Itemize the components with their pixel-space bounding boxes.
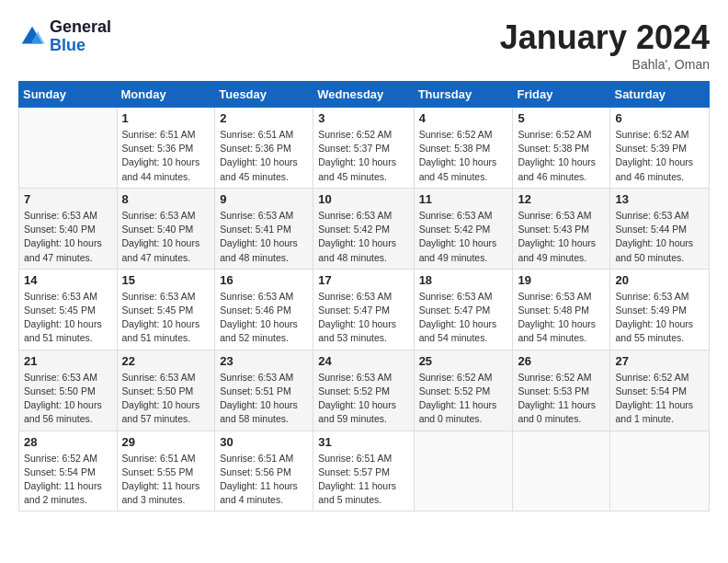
day-number: 25 bbox=[419, 354, 508, 368]
location-subtitle: Bahla', Oman bbox=[500, 57, 710, 72]
column-header-friday: Friday bbox=[513, 82, 610, 108]
day-info: Sunrise: 6:53 AMSunset: 5:48 PMDaylight:… bbox=[518, 290, 605, 346]
day-number: 8 bbox=[122, 192, 210, 206]
day-cell: 16Sunrise: 6:53 AMSunset: 5:46 PMDayligh… bbox=[215, 269, 313, 350]
day-info: Sunrise: 6:52 AMSunset: 5:38 PMDaylight:… bbox=[518, 128, 605, 184]
day-cell: 3Sunrise: 6:52 AMSunset: 5:37 PMDaylight… bbox=[313, 108, 414, 189]
logo: General Blue bbox=[18, 18, 111, 55]
day-number: 29 bbox=[122, 435, 210, 449]
day-info: Sunrise: 6:53 AMSunset: 5:40 PMDaylight:… bbox=[122, 209, 210, 265]
day-info: Sunrise: 6:51 AMSunset: 5:57 PMDaylight:… bbox=[318, 452, 408, 508]
day-info: Sunrise: 6:52 AMSunset: 5:54 PMDaylight:… bbox=[615, 371, 704, 427]
day-cell: 27Sunrise: 6:52 AMSunset: 5:54 PMDayligh… bbox=[610, 350, 710, 431]
day-number: 15 bbox=[122, 273, 210, 287]
week-row-1: 1Sunrise: 6:51 AMSunset: 5:36 PMDaylight… bbox=[19, 108, 710, 189]
day-number: 30 bbox=[220, 435, 308, 449]
day-info: Sunrise: 6:52 AMSunset: 5:37 PMDaylight:… bbox=[318, 128, 408, 184]
column-header-wednesday: Wednesday bbox=[313, 82, 414, 108]
day-number: 18 bbox=[419, 273, 508, 287]
day-cell: 20Sunrise: 6:53 AMSunset: 5:49 PMDayligh… bbox=[610, 269, 710, 350]
day-info: Sunrise: 6:53 AMSunset: 5:42 PMDaylight:… bbox=[318, 209, 408, 265]
day-info: Sunrise: 6:51 AMSunset: 5:36 PMDaylight:… bbox=[122, 128, 210, 184]
day-cell: 25Sunrise: 6:52 AMSunset: 5:52 PMDayligh… bbox=[414, 350, 513, 431]
day-cell: 18Sunrise: 6:53 AMSunset: 5:47 PMDayligh… bbox=[414, 269, 513, 350]
day-cell: 12Sunrise: 6:53 AMSunset: 5:43 PMDayligh… bbox=[513, 188, 610, 269]
logo-text-line2: Blue bbox=[50, 37, 111, 55]
day-info: Sunrise: 6:53 AMSunset: 5:52 PMDaylight:… bbox=[318, 371, 408, 427]
day-number: 9 bbox=[220, 192, 308, 206]
day-info: Sunrise: 6:52 AMSunset: 5:52 PMDaylight:… bbox=[419, 371, 508, 427]
day-cell: 11Sunrise: 6:53 AMSunset: 5:42 PMDayligh… bbox=[414, 188, 513, 269]
day-number: 31 bbox=[318, 435, 408, 449]
day-info: Sunrise: 6:53 AMSunset: 5:43 PMDaylight:… bbox=[518, 209, 605, 265]
day-number: 21 bbox=[24, 354, 112, 368]
day-info: Sunrise: 6:51 AMSunset: 5:36 PMDaylight:… bbox=[220, 128, 308, 184]
day-number: 28 bbox=[24, 435, 112, 449]
day-info: Sunrise: 6:53 AMSunset: 5:44 PMDaylight:… bbox=[615, 209, 704, 265]
day-info: Sunrise: 6:52 AMSunset: 5:53 PMDaylight:… bbox=[518, 371, 605, 427]
day-info: Sunrise: 6:52 AMSunset: 5:39 PMDaylight:… bbox=[615, 128, 704, 184]
day-number: 23 bbox=[220, 354, 308, 368]
day-cell: 17Sunrise: 6:53 AMSunset: 5:47 PMDayligh… bbox=[313, 269, 414, 350]
day-info: Sunrise: 6:51 AMSunset: 5:56 PMDaylight:… bbox=[220, 452, 308, 508]
day-info: Sunrise: 6:53 AMSunset: 5:50 PMDaylight:… bbox=[24, 371, 112, 427]
day-cell: 26Sunrise: 6:52 AMSunset: 5:53 PMDayligh… bbox=[513, 350, 610, 431]
month-title: January 2024 bbox=[500, 18, 710, 57]
day-number: 22 bbox=[122, 354, 210, 368]
day-info: Sunrise: 6:53 AMSunset: 5:45 PMDaylight:… bbox=[24, 290, 112, 346]
day-cell bbox=[610, 431, 710, 511]
day-number: 2 bbox=[220, 111, 308, 125]
logo-icon bbox=[18, 23, 46, 51]
calendar-table: SundayMondayTuesdayWednesdayThursdayFrid… bbox=[18, 81, 710, 511]
day-cell: 24Sunrise: 6:53 AMSunset: 5:52 PMDayligh… bbox=[313, 350, 414, 431]
week-row-3: 14Sunrise: 6:53 AMSunset: 5:45 PMDayligh… bbox=[19, 269, 710, 350]
day-cell: 1Sunrise: 6:51 AMSunset: 5:36 PMDaylight… bbox=[117, 108, 215, 189]
day-cell: 6Sunrise: 6:52 AMSunset: 5:39 PMDaylight… bbox=[610, 108, 710, 189]
day-cell: 2Sunrise: 6:51 AMSunset: 5:36 PMDaylight… bbox=[215, 108, 313, 189]
day-cell: 5Sunrise: 6:52 AMSunset: 5:38 PMDaylight… bbox=[513, 108, 610, 189]
day-number: 14 bbox=[24, 273, 112, 287]
day-info: Sunrise: 6:53 AMSunset: 5:50 PMDaylight:… bbox=[122, 371, 210, 427]
day-number: 27 bbox=[615, 354, 704, 368]
day-info: Sunrise: 6:53 AMSunset: 5:46 PMDaylight:… bbox=[220, 290, 308, 346]
day-cell: 9Sunrise: 6:53 AMSunset: 5:41 PMDaylight… bbox=[215, 188, 313, 269]
day-cell bbox=[19, 108, 118, 189]
day-number: 20 bbox=[615, 273, 704, 287]
day-number: 24 bbox=[318, 354, 408, 368]
day-info: Sunrise: 6:53 AMSunset: 5:45 PMDaylight:… bbox=[122, 290, 210, 346]
logo-text-line1: General bbox=[50, 18, 111, 37]
day-cell: 14Sunrise: 6:53 AMSunset: 5:45 PMDayligh… bbox=[19, 269, 118, 350]
day-number: 1 bbox=[122, 111, 210, 125]
day-cell: 28Sunrise: 6:52 AMSunset: 5:54 PMDayligh… bbox=[19, 431, 118, 511]
column-header-tuesday: Tuesday bbox=[215, 82, 313, 108]
day-cell bbox=[414, 431, 513, 511]
day-number: 10 bbox=[318, 192, 408, 206]
day-cell: 29Sunrise: 6:51 AMSunset: 5:55 PMDayligh… bbox=[117, 431, 215, 511]
day-number: 6 bbox=[615, 111, 704, 125]
day-cell: 23Sunrise: 6:53 AMSunset: 5:51 PMDayligh… bbox=[215, 350, 313, 431]
day-cell: 13Sunrise: 6:53 AMSunset: 5:44 PMDayligh… bbox=[610, 188, 710, 269]
day-number: 26 bbox=[518, 354, 605, 368]
title-block: January 2024 Bahla', Oman bbox=[500, 18, 710, 72]
day-info: Sunrise: 6:53 AMSunset: 5:47 PMDaylight:… bbox=[419, 290, 508, 346]
column-header-sunday: Sunday bbox=[19, 82, 118, 108]
day-cell: 22Sunrise: 6:53 AMSunset: 5:50 PMDayligh… bbox=[117, 350, 215, 431]
day-number: 5 bbox=[518, 111, 605, 125]
day-info: Sunrise: 6:53 AMSunset: 5:41 PMDaylight:… bbox=[220, 209, 308, 265]
day-cell: 10Sunrise: 6:53 AMSunset: 5:42 PMDayligh… bbox=[313, 188, 414, 269]
header-row: SundayMondayTuesdayWednesdayThursdayFrid… bbox=[19, 82, 710, 108]
column-header-thursday: Thursday bbox=[414, 82, 513, 108]
day-number: 19 bbox=[518, 273, 605, 287]
day-cell: 4Sunrise: 6:52 AMSunset: 5:38 PMDaylight… bbox=[414, 108, 513, 189]
day-number: 13 bbox=[615, 192, 704, 206]
day-info: Sunrise: 6:53 AMSunset: 5:42 PMDaylight:… bbox=[419, 209, 508, 265]
day-info: Sunrise: 6:51 AMSunset: 5:55 PMDaylight:… bbox=[122, 452, 210, 508]
day-info: Sunrise: 6:53 AMSunset: 5:51 PMDaylight:… bbox=[220, 371, 308, 427]
week-row-4: 21Sunrise: 6:53 AMSunset: 5:50 PMDayligh… bbox=[19, 350, 710, 431]
day-cell: 7Sunrise: 6:53 AMSunset: 5:40 PMDaylight… bbox=[19, 188, 118, 269]
day-cell: 30Sunrise: 6:51 AMSunset: 5:56 PMDayligh… bbox=[215, 431, 313, 511]
day-number: 12 bbox=[518, 192, 605, 206]
day-number: 3 bbox=[318, 111, 408, 125]
day-number: 17 bbox=[318, 273, 408, 287]
day-cell: 21Sunrise: 6:53 AMSunset: 5:50 PMDayligh… bbox=[19, 350, 118, 431]
